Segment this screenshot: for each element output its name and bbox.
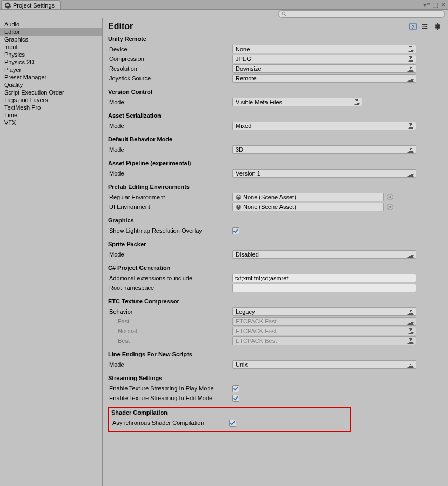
objectfield-ui-env[interactable]: None (Scene Asset) bbox=[232, 202, 384, 211]
gear-icon bbox=[4, 2, 11, 9]
titlebar: Project Settings ▾≡ ▢ ✕ bbox=[0, 0, 448, 10]
dropdown-le-mode[interactable]: Unix bbox=[232, 360, 416, 369]
section-shader: Shader Compilation bbox=[111, 409, 348, 416]
label-as-mode: Mode bbox=[108, 123, 232, 129]
dropdown-sp-mode[interactable]: Disabled bbox=[232, 250, 416, 259]
dropdown-etc-behavior[interactable]: Legacy bbox=[232, 307, 416, 316]
sidebar-item-quality[interactable]: Quality bbox=[0, 81, 102, 89]
search-icon bbox=[282, 11, 287, 17]
section-line-endings: Line Endings For New Scripts bbox=[108, 351, 440, 357]
sidebar-item-physics[interactable]: Physics bbox=[0, 51, 102, 58]
dropdown-resolution[interactable]: Downsize bbox=[232, 64, 416, 73]
unity-cube-icon bbox=[236, 204, 242, 210]
dropdown-as-mode[interactable]: Mixed bbox=[232, 122, 416, 130]
label-device: Device bbox=[108, 46, 232, 52]
dropdown-compression[interactable]: JPEG bbox=[232, 55, 416, 63]
highlight-shader-compilation: Shader Compilation Asynchronous Shader C… bbox=[108, 407, 351, 432]
label-rootns: Root namespace bbox=[108, 285, 232, 291]
svg-line-1 bbox=[285, 14, 286, 16]
sidebar-item-graphics[interactable]: Graphics bbox=[0, 36, 102, 43]
label-extensions: Additional extensions to include bbox=[108, 275, 232, 281]
label-regular-env: Regular Environment bbox=[108, 194, 232, 200]
section-unity-remote: Unity Remote bbox=[108, 36, 440, 42]
label-etc-fast: Fast bbox=[108, 318, 232, 325]
label-vc-mode: Mode bbox=[108, 99, 232, 105]
content-panel: Editor ? Unity Remote DeviceNone Compres… bbox=[103, 18, 448, 486]
section-streaming: Streaming Settings bbox=[108, 375, 440, 381]
label-async-shader: Asynchronous Shader Compilation bbox=[111, 420, 229, 426]
sidebar-item-time[interactable]: Time bbox=[0, 111, 102, 119]
svg-point-4 bbox=[423, 24, 424, 25]
object-picker-icon[interactable] bbox=[387, 204, 393, 210]
search-bar bbox=[0, 10, 448, 18]
sidebar-item-physics-2d[interactable]: Physics 2D bbox=[0, 58, 102, 66]
sidebar-item-preset-manager[interactable]: Preset Manager bbox=[0, 73, 102, 81]
gear-icon[interactable] bbox=[433, 23, 440, 30]
sidebar-item-audio[interactable]: Audio bbox=[0, 21, 102, 28]
label-etc-best: Best bbox=[108, 338, 232, 344]
svg-point-6 bbox=[424, 28, 425, 29]
sidebar: AudioEditorGraphicsInputPhysicsPhysics 2… bbox=[0, 18, 103, 486]
unity-cube-icon bbox=[236, 194, 242, 200]
help-icon[interactable]: ? bbox=[409, 23, 417, 30]
input-rootns[interactable] bbox=[232, 284, 416, 292]
label-stream-edit: Enable Texture Streaming In Edit Mode bbox=[108, 395, 232, 401]
sidebar-item-editor[interactable]: Editor bbox=[0, 28, 102, 36]
section-csharp: C# Project Generation bbox=[108, 265, 440, 271]
dropdown-etc-best: ETCPACK Best bbox=[232, 336, 416, 345]
label-sp-mode: Mode bbox=[108, 251, 232, 258]
section-graphics: Graphics bbox=[108, 217, 440, 224]
section-asset-pipeline: Asset Pipeline (experimental) bbox=[108, 160, 440, 166]
dropdown-joystick[interactable]: Remote bbox=[232, 74, 416, 83]
svg-point-5 bbox=[425, 26, 427, 28]
label-resolution: Resolution bbox=[108, 65, 232, 72]
label-compression: Compression bbox=[108, 56, 232, 62]
label-ap-mode: Mode bbox=[108, 170, 232, 177]
dropdown-etc-normal: ETCPACK Fast bbox=[232, 327, 416, 335]
input-extensions[interactable] bbox=[232, 274, 416, 282]
label-ui-env: UI Environment bbox=[108, 204, 232, 210]
dropdown-etc-fast: ETCPACK Fast bbox=[232, 317, 416, 326]
section-etc: ETC Texture Compressor bbox=[108, 298, 440, 305]
checkbox-stream-edit[interactable] bbox=[232, 395, 239, 402]
window-tab[interactable]: Project Settings bbox=[1, 0, 61, 9]
svg-point-0 bbox=[282, 12, 285, 15]
close-icon[interactable]: ✕ bbox=[440, 2, 446, 8]
sidebar-item-script-execution-order[interactable]: Script Execution Order bbox=[0, 89, 102, 96]
sidebar-item-vfx[interactable]: VFX bbox=[0, 119, 102, 126]
window-controls: ▾≡ ▢ ✕ bbox=[423, 0, 448, 9]
dropdown-device[interactable]: None bbox=[232, 45, 416, 53]
label-etc-behavior: Behavior bbox=[108, 308, 232, 315]
section-prefab-env: Prefab Editing Environments bbox=[108, 184, 440, 190]
sidebar-item-player[interactable]: Player bbox=[0, 66, 102, 73]
sidebar-item-textmesh-pro[interactable]: TextMesh Pro bbox=[0, 104, 102, 111]
dropdown-vc-mode[interactable]: Visible Meta Files bbox=[232, 98, 362, 106]
checkbox-async-shader[interactable] bbox=[229, 420, 236, 427]
label-lightmap: Show Lightmap Resolution Overlay bbox=[108, 227, 232, 234]
sidebar-item-input[interactable]: Input bbox=[0, 43, 102, 51]
checkbox-stream-play[interactable] bbox=[232, 385, 239, 392]
label-stream-play: Enable Texture Streaming In Play Mode bbox=[108, 385, 232, 392]
section-version-control: Version Control bbox=[108, 89, 440, 95]
dropdown-ap-mode[interactable]: Version 1 bbox=[232, 169, 416, 178]
window-title: Project Settings bbox=[13, 2, 55, 9]
label-le-mode: Mode bbox=[108, 361, 232, 368]
settings-sliders-icon[interactable] bbox=[421, 23, 429, 30]
label-etc-normal: Normal bbox=[108, 328, 232, 334]
maximize-icon[interactable]: ▢ bbox=[432, 2, 438, 8]
section-default-behavior: Default Behavior Mode bbox=[108, 136, 440, 143]
label-joystick: Joystick Source bbox=[108, 75, 232, 82]
search-input[interactable] bbox=[278, 10, 445, 18]
section-asset-serialization: Asset Serialization bbox=[108, 112, 440, 119]
label-db-mode: Mode bbox=[108, 146, 232, 153]
section-sprite-packer: Sprite Packer bbox=[108, 241, 440, 247]
sidebar-item-tags-and-layers[interactable]: Tags and Layers bbox=[0, 96, 102, 104]
svg-text:?: ? bbox=[412, 24, 414, 30]
object-picker-icon[interactable] bbox=[387, 194, 393, 200]
objectfield-regular-env[interactable]: None (Scene Asset) bbox=[232, 193, 384, 201]
dropdown-db-mode[interactable]: 3D bbox=[232, 145, 416, 154]
dock-menu-icon[interactable]: ▾≡ bbox=[423, 2, 430, 8]
page-title: Editor bbox=[108, 22, 133, 31]
checkbox-lightmap[interactable] bbox=[232, 227, 239, 234]
